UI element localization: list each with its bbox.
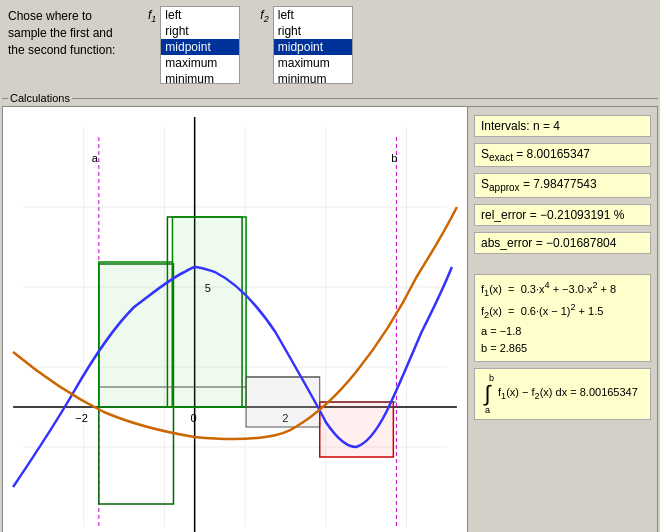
s-approx-box: Sapprox = 7.98477543 bbox=[474, 173, 651, 197]
abs-error-box: abs_error = −0.01687804 bbox=[474, 232, 651, 254]
s-exact-label: Sexact bbox=[481, 147, 513, 161]
instruction-line3: the second function: bbox=[8, 43, 115, 57]
graph-svg: −2 0 2 5 a b bbox=[3, 107, 467, 532]
integral-symbol: ∫ bbox=[484, 383, 490, 405]
f1-left[interactable]: left bbox=[161, 7, 239, 23]
f2-minimum[interactable]: minimum bbox=[274, 71, 352, 84]
svg-rect-23 bbox=[172, 217, 246, 407]
s-exact-value: = 8.00165347 bbox=[516, 147, 590, 161]
integral-lower: a bbox=[485, 405, 490, 415]
s-approx-label: Sapprox bbox=[481, 177, 520, 191]
formula1-line: f1(x) = 0.3·x4 + −3.0·x2 + 8 bbox=[481, 278, 644, 301]
rel-error-value: rel_error = −0.21093191 % bbox=[481, 208, 624, 222]
intervals-label: Intervals: n = 4 bbox=[481, 119, 560, 133]
abs-error-value: abs_error = −0.01687804 bbox=[481, 236, 616, 250]
main-area: −2 0 2 5 a b bbox=[2, 106, 658, 532]
formula-box: f1(x) = 0.3·x4 + −3.0·x2 + 8 f2(x) = 0.6… bbox=[474, 274, 651, 362]
f2-listbox[interactable]: left right midpoint maximum minimum bbox=[273, 6, 353, 84]
f1-selector: f1 left right midpoint maximum minimum bbox=[148, 6, 240, 84]
svg-text:0: 0 bbox=[191, 412, 197, 424]
f2-label: f2 bbox=[260, 8, 268, 24]
f1-minimum[interactable]: minimum bbox=[161, 71, 239, 84]
formula2-line: f2(x) = 0.6·(x − 1)2 + 1.5 bbox=[481, 300, 644, 323]
f2-left[interactable]: left bbox=[274, 7, 352, 23]
integral-box: b ∫ a f1(x) − f2(x) dx = 8.00165347 bbox=[474, 368, 651, 420]
s-approx-value: = 7.98477543 bbox=[523, 177, 597, 191]
f1-midpoint[interactable]: midpoint bbox=[161, 39, 239, 55]
graph-area: −2 0 2 5 a b bbox=[3, 107, 467, 532]
f1-maximum[interactable]: maximum bbox=[161, 55, 239, 71]
f2-selector: f2 left right midpoint maximum minimum bbox=[260, 6, 352, 84]
a-value: a = −1.8 bbox=[481, 323, 644, 341]
intervals-box: Intervals: n = 4 bbox=[474, 115, 651, 137]
b-value: b = 2.865 bbox=[481, 340, 644, 358]
right-panel: Intervals: n = 4 Sexact = 8.00165347 Sap… bbox=[467, 107, 657, 532]
f2-midpoint[interactable]: midpoint bbox=[274, 39, 352, 55]
svg-text:b: b bbox=[391, 152, 397, 164]
calc-label: Calculations bbox=[8, 92, 72, 104]
f1-label: f1 bbox=[148, 8, 156, 24]
f2-maximum[interactable]: maximum bbox=[274, 55, 352, 71]
s-exact-box: Sexact = 8.00165347 bbox=[474, 143, 651, 167]
f1-listbox[interactable]: left right midpoint maximum minimum bbox=[160, 6, 240, 84]
f2-right[interactable]: right bbox=[274, 23, 352, 39]
instruction-text: Chose where to sample the first and the … bbox=[8, 6, 138, 58]
svg-text:−2: −2 bbox=[75, 412, 88, 424]
svg-text:a: a bbox=[92, 152, 99, 164]
f1-right[interactable]: right bbox=[161, 23, 239, 39]
integral-expression: f1(x) − f2(x) dx = 8.00165347 bbox=[498, 386, 638, 401]
rel-error-box: rel_error = −0.21093191 % bbox=[474, 204, 651, 226]
